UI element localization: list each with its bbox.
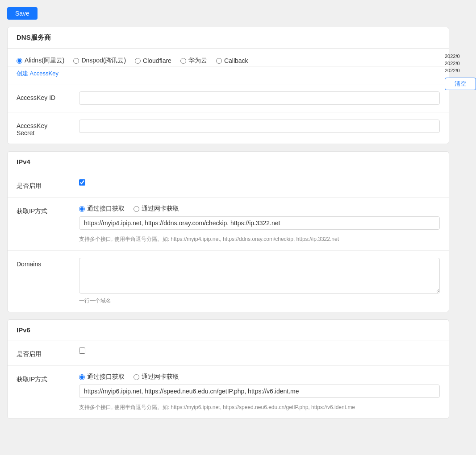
ipv4-enable-checkbox[interactable]: [79, 179, 85, 186]
dns-option-alidns[interactable]: Alidns(阿里云): [17, 57, 64, 65]
ipv6-method-interface-label: 通过接口获取: [87, 373, 125, 381]
ipv6-get-ip-label: 获取IP方式: [17, 373, 79, 384]
ipv4-enable-label: 是否启用: [17, 179, 79, 190]
accesskey-id-row: AccessKey ID: [8, 84, 449, 112]
ipv6-method-nic[interactable]: 通过网卡获取: [134, 373, 179, 381]
ipv4-radio-interface[interactable]: [79, 206, 85, 212]
accesskey-id-content: [79, 91, 440, 105]
dns-option-dnspod[interactable]: Dnspod(腾讯云): [73, 57, 126, 65]
dns-card-body: Alidns(阿里云) Dnspod(腾讯云) Cloudflare 华为云 C…: [8, 49, 449, 144]
ipv6-method-nic-label: 通过网卡获取: [142, 373, 179, 381]
ipv4-method-nic-label: 通过网卡获取: [142, 205, 179, 213]
ipv4-method-interface-label: 通过接口获取: [87, 205, 125, 213]
ipv4-get-ip-row: 获取IP方式 通过接口获取 通过网卡获取 支持多个接口, 使用: [8, 198, 449, 251]
dns-option-cloudflare[interactable]: Cloudflare: [135, 57, 171, 64]
ipv4-url-hint: 支持多个接口, 使用半角逗号分隔。如: https://myip4.ipip.n…: [79, 236, 440, 243]
ipv4-card-body: 是否启用 获取IP方式 通过接口获取: [8, 172, 449, 312]
ipv4-method-interface[interactable]: 通过接口获取: [79, 205, 125, 213]
ipv6-radio-interface[interactable]: [79, 374, 85, 380]
dns-provider-radio-group: Alidns(阿里云) Dnspod(腾讯云) Cloudflare 华为云 C…: [8, 49, 449, 67]
sidebar-ts-2: 2022/0: [445, 61, 476, 66]
sidebar-ts-1: 2022/0: [445, 54, 476, 59]
ipv4-enable-row: 是否启用: [8, 172, 449, 198]
ipv6-url-input[interactable]: [79, 385, 440, 398]
ipv4-method-radios: 通过接口获取 通过网卡获取: [79, 205, 440, 213]
accesskey-secret-row: AccessKeySecret: [8, 112, 449, 144]
ipv6-title: IPv6: [8, 320, 449, 340]
ipv4-get-ip-content: 通过接口获取 通过网卡获取 支持多个接口, 使用半角逗号分隔。如: https:…: [79, 205, 440, 243]
save-button[interactable]: Save: [7, 7, 38, 20]
dns-label-huawei: 华为云: [188, 57, 207, 65]
ipv4-card: IPv4 是否启用 获取IP方式 通过接口获取: [7, 151, 449, 312]
ipv4-enable-checkbox-wrap: [79, 179, 440, 186]
ipv6-radio-nic[interactable]: [134, 374, 139, 380]
dns-label-callback: Callback: [224, 57, 248, 64]
ipv4-domains-hint: 一行一个域名: [79, 297, 440, 305]
create-accesskey-link[interactable]: 创建 AccessKey: [17, 70, 58, 77]
dns-radio-cloudflare[interactable]: [135, 58, 141, 64]
dns-option-huawei[interactable]: 华为云: [180, 57, 207, 65]
ipv6-url-hint: 支持多个接口, 使用半角逗号分隔。如: https://myip6.ipip.n…: [79, 404, 440, 411]
sidebar: 2022/0 2022/0 2022/0 清空: [445, 54, 476, 90]
dns-radio-huawei[interactable]: [180, 58, 186, 64]
ipv4-get-ip-label: 获取IP方式: [17, 205, 79, 215]
accesskey-secret-content: [79, 120, 440, 133]
ipv6-method-radios: 通过接口获取 通过网卡获取: [79, 373, 440, 381]
clear-button[interactable]: 清空: [445, 78, 476, 90]
ipv6-method-interface[interactable]: 通过接口获取: [79, 373, 125, 381]
ipv6-methods: 通过接口获取 通过网卡获取 支持多个接口, 使用半角逗号分隔。如: https:…: [79, 373, 440, 411]
ipv6-card: IPv6 是否启用 获取IP方式 通过接口获取: [7, 319, 449, 419]
ipv6-get-ip-row: 获取IP方式 通过接口获取 通过网卡获取 支持多个接口, 使用: [8, 366, 449, 418]
ipv6-get-ip-content: 通过接口获取 通过网卡获取 支持多个接口, 使用半角逗号分隔。如: https:…: [79, 373, 440, 411]
ipv4-url-input[interactable]: [79, 216, 440, 230]
ipv4-enable-content: [79, 179, 440, 186]
ipv4-radio-nic[interactable]: [134, 206, 139, 212]
ipv4-method-nic[interactable]: 通过网卡获取: [134, 205, 179, 213]
ipv4-domains-label: Domains: [17, 258, 79, 268]
ipv6-enable-checkbox[interactable]: [79, 347, 85, 354]
ipv6-enable-checkbox-wrap: [79, 347, 440, 354]
dns-label-cloudflare: Cloudflare: [143, 57, 171, 64]
ipv4-domains-row: Domains 一行一个域名: [8, 251, 449, 312]
ipv4-domains-content: 一行一个域名: [79, 258, 440, 305]
ipv6-enable-label: 是否启用: [17, 347, 79, 358]
accesskey-id-label: AccessKey ID: [17, 91, 79, 101]
ipv6-enable-row: 是否启用: [8, 340, 449, 366]
accesskey-secret-label: AccessKeySecret: [17, 120, 79, 136]
ipv6-card-body: 是否启用 获取IP方式 通过接口获取: [8, 340, 449, 418]
sidebar-ts-3: 2022/0: [445, 68, 476, 73]
ipv4-methods: 通过接口获取 通过网卡获取 支持多个接口, 使用半角逗号分隔。如: https:…: [79, 205, 440, 243]
ipv4-domains-textarea[interactable]: [79, 258, 440, 294]
dns-label-alidns: Alidns(阿里云): [25, 57, 64, 65]
dns-radio-dnspod[interactable]: [73, 58, 79, 64]
ipv4-title: IPv4: [8, 152, 449, 172]
dns-card: DNS服务商 Alidns(阿里云) Dnspod(腾讯云) Cloudflar…: [7, 27, 449, 144]
dns-label-dnspod: Dnspod(腾讯云): [81, 57, 126, 65]
accesskey-secret-input[interactable]: [79, 120, 440, 133]
dns-radio-callback[interactable]: [216, 58, 222, 64]
dns-radio-alidns[interactable]: [17, 58, 22, 64]
create-accesskey-row: 创建 AccessKey: [8, 67, 449, 84]
dns-title: DNS服务商: [8, 27, 449, 49]
dns-option-callback[interactable]: Callback: [216, 57, 248, 64]
ipv6-enable-content: [79, 347, 440, 354]
accesskey-id-input[interactable]: [79, 91, 440, 105]
